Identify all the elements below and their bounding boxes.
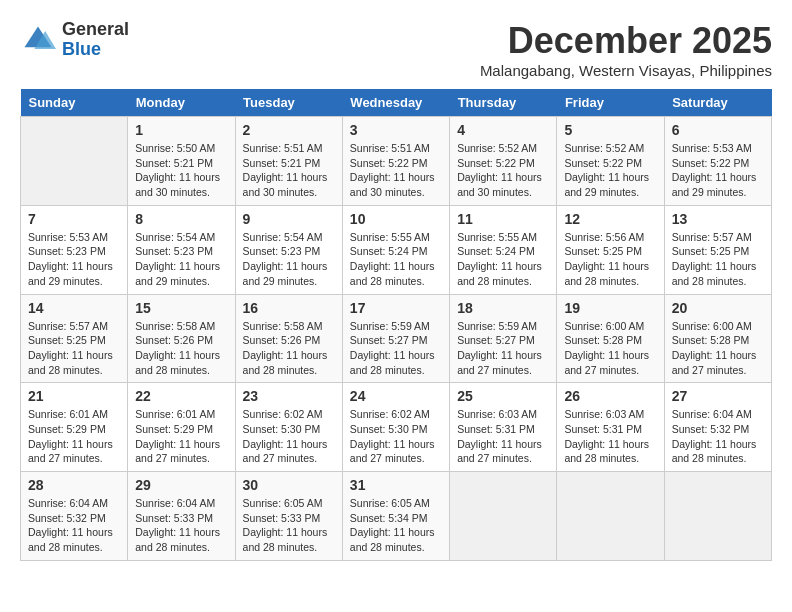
day-info: Sunrise: 6:04 AM Sunset: 5:32 PM Dayligh… <box>28 496 120 555</box>
calendar-cell <box>450 472 557 561</box>
day-info: Sunrise: 6:03 AM Sunset: 5:31 PM Dayligh… <box>564 407 656 466</box>
calendar-cell: 20Sunrise: 6:00 AM Sunset: 5:28 PM Dayli… <box>664 294 771 383</box>
day-info: Sunrise: 5:59 AM Sunset: 5:27 PM Dayligh… <box>457 319 549 378</box>
week-row-1: 1Sunrise: 5:50 AM Sunset: 5:21 PM Daylig… <box>21 117 772 206</box>
calendar-cell: 9Sunrise: 5:54 AM Sunset: 5:23 PM Daylig… <box>235 205 342 294</box>
day-number: 27 <box>672 388 764 404</box>
location-title: Malangabang, Western Visayas, Philippine… <box>480 62 772 79</box>
header-cell-saturday: Saturday <box>664 89 771 117</box>
header-cell-friday: Friday <box>557 89 664 117</box>
calendar-cell: 17Sunrise: 5:59 AM Sunset: 5:27 PM Dayli… <box>342 294 449 383</box>
month-title: December 2025 <box>480 20 772 62</box>
calendar-cell: 2Sunrise: 5:51 AM Sunset: 5:21 PM Daylig… <box>235 117 342 206</box>
logo-icon <box>20 22 56 58</box>
day-info: Sunrise: 5:57 AM Sunset: 5:25 PM Dayligh… <box>28 319 120 378</box>
calendar-cell: 8Sunrise: 5:54 AM Sunset: 5:23 PM Daylig… <box>128 205 235 294</box>
day-number: 26 <box>564 388 656 404</box>
calendar-cell: 7Sunrise: 5:53 AM Sunset: 5:23 PM Daylig… <box>21 205 128 294</box>
calendar-cell: 14Sunrise: 5:57 AM Sunset: 5:25 PM Dayli… <box>21 294 128 383</box>
calendar-header: SundayMondayTuesdayWednesdayThursdayFrid… <box>21 89 772 117</box>
day-info: Sunrise: 6:04 AM Sunset: 5:33 PM Dayligh… <box>135 496 227 555</box>
calendar-cell: 12Sunrise: 5:56 AM Sunset: 5:25 PM Dayli… <box>557 205 664 294</box>
calendar-cell: 29Sunrise: 6:04 AM Sunset: 5:33 PM Dayli… <box>128 472 235 561</box>
week-row-3: 14Sunrise: 5:57 AM Sunset: 5:25 PM Dayli… <box>21 294 772 383</box>
day-number: 15 <box>135 300 227 316</box>
calendar-cell: 19Sunrise: 6:00 AM Sunset: 5:28 PM Dayli… <box>557 294 664 383</box>
day-info: Sunrise: 6:02 AM Sunset: 5:30 PM Dayligh… <box>350 407 442 466</box>
day-info: Sunrise: 5:53 AM Sunset: 5:22 PM Dayligh… <box>672 141 764 200</box>
calendar-cell: 31Sunrise: 6:05 AM Sunset: 5:34 PM Dayli… <box>342 472 449 561</box>
calendar-cell: 24Sunrise: 6:02 AM Sunset: 5:30 PM Dayli… <box>342 383 449 472</box>
day-info: Sunrise: 5:58 AM Sunset: 5:26 PM Dayligh… <box>243 319 335 378</box>
header-cell-monday: Monday <box>128 89 235 117</box>
header-cell-sunday: Sunday <box>21 89 128 117</box>
day-info: Sunrise: 5:51 AM Sunset: 5:21 PM Dayligh… <box>243 141 335 200</box>
day-info: Sunrise: 5:55 AM Sunset: 5:24 PM Dayligh… <box>457 230 549 289</box>
day-number: 20 <box>672 300 764 316</box>
day-number: 1 <box>135 122 227 138</box>
day-info: Sunrise: 5:59 AM Sunset: 5:27 PM Dayligh… <box>350 319 442 378</box>
header-row: SundayMondayTuesdayWednesdayThursdayFrid… <box>21 89 772 117</box>
calendar-cell: 21Sunrise: 6:01 AM Sunset: 5:29 PM Dayli… <box>21 383 128 472</box>
week-row-4: 21Sunrise: 6:01 AM Sunset: 5:29 PM Dayli… <box>21 383 772 472</box>
logo-general-text: General <box>62 19 129 39</box>
calendar-body: 1Sunrise: 5:50 AM Sunset: 5:21 PM Daylig… <box>21 117 772 561</box>
calendar-cell: 27Sunrise: 6:04 AM Sunset: 5:32 PM Dayli… <box>664 383 771 472</box>
calendar-cell: 13Sunrise: 5:57 AM Sunset: 5:25 PM Dayli… <box>664 205 771 294</box>
calendar-cell: 25Sunrise: 6:03 AM Sunset: 5:31 PM Dayli… <box>450 383 557 472</box>
header-cell-thursday: Thursday <box>450 89 557 117</box>
calendar-cell: 22Sunrise: 6:01 AM Sunset: 5:29 PM Dayli… <box>128 383 235 472</box>
day-number: 7 <box>28 211 120 227</box>
calendar-cell: 10Sunrise: 5:55 AM Sunset: 5:24 PM Dayli… <box>342 205 449 294</box>
day-info: Sunrise: 5:58 AM Sunset: 5:26 PM Dayligh… <box>135 319 227 378</box>
calendar-cell: 11Sunrise: 5:55 AM Sunset: 5:24 PM Dayli… <box>450 205 557 294</box>
day-info: Sunrise: 6:03 AM Sunset: 5:31 PM Dayligh… <box>457 407 549 466</box>
day-info: Sunrise: 5:51 AM Sunset: 5:22 PM Dayligh… <box>350 141 442 200</box>
calendar-cell: 16Sunrise: 5:58 AM Sunset: 5:26 PM Dayli… <box>235 294 342 383</box>
calendar-cell: 1Sunrise: 5:50 AM Sunset: 5:21 PM Daylig… <box>128 117 235 206</box>
day-number: 3 <box>350 122 442 138</box>
day-info: Sunrise: 5:54 AM Sunset: 5:23 PM Dayligh… <box>243 230 335 289</box>
header-cell-tuesday: Tuesday <box>235 89 342 117</box>
header: General Blue December 2025 Malangabang, … <box>20 20 772 79</box>
day-number: 17 <box>350 300 442 316</box>
calendar-cell: 6Sunrise: 5:53 AM Sunset: 5:22 PM Daylig… <box>664 117 771 206</box>
day-number: 10 <box>350 211 442 227</box>
day-number: 24 <box>350 388 442 404</box>
day-number: 31 <box>350 477 442 493</box>
day-info: Sunrise: 5:54 AM Sunset: 5:23 PM Dayligh… <box>135 230 227 289</box>
day-number: 30 <box>243 477 335 493</box>
day-number: 4 <box>457 122 549 138</box>
day-number: 16 <box>243 300 335 316</box>
day-number: 5 <box>564 122 656 138</box>
calendar-cell <box>664 472 771 561</box>
day-number: 21 <box>28 388 120 404</box>
day-info: Sunrise: 5:50 AM Sunset: 5:21 PM Dayligh… <box>135 141 227 200</box>
calendar-cell: 23Sunrise: 6:02 AM Sunset: 5:30 PM Dayli… <box>235 383 342 472</box>
calendar-cell: 15Sunrise: 5:58 AM Sunset: 5:26 PM Dayli… <box>128 294 235 383</box>
day-number: 22 <box>135 388 227 404</box>
day-info: Sunrise: 6:05 AM Sunset: 5:33 PM Dayligh… <box>243 496 335 555</box>
day-number: 18 <box>457 300 549 316</box>
calendar-cell: 18Sunrise: 5:59 AM Sunset: 5:27 PM Dayli… <box>450 294 557 383</box>
day-number: 19 <box>564 300 656 316</box>
day-info: Sunrise: 5:53 AM Sunset: 5:23 PM Dayligh… <box>28 230 120 289</box>
header-cell-wednesday: Wednesday <box>342 89 449 117</box>
day-number: 14 <box>28 300 120 316</box>
calendar-cell <box>557 472 664 561</box>
day-info: Sunrise: 5:52 AM Sunset: 5:22 PM Dayligh… <box>564 141 656 200</box>
calendar-cell: 26Sunrise: 6:03 AM Sunset: 5:31 PM Dayli… <box>557 383 664 472</box>
calendar-cell <box>21 117 128 206</box>
calendar-cell: 4Sunrise: 5:52 AM Sunset: 5:22 PM Daylig… <box>450 117 557 206</box>
day-number: 8 <box>135 211 227 227</box>
day-number: 23 <box>243 388 335 404</box>
logo-text: General Blue <box>62 20 129 60</box>
day-number: 13 <box>672 211 764 227</box>
calendar-cell: 28Sunrise: 6:04 AM Sunset: 5:32 PM Dayli… <box>21 472 128 561</box>
day-info: Sunrise: 6:02 AM Sunset: 5:30 PM Dayligh… <box>243 407 335 466</box>
logo-blue-text: Blue <box>62 39 101 59</box>
day-number: 29 <box>135 477 227 493</box>
day-number: 11 <box>457 211 549 227</box>
day-info: Sunrise: 6:05 AM Sunset: 5:34 PM Dayligh… <box>350 496 442 555</box>
day-info: Sunrise: 6:04 AM Sunset: 5:32 PM Dayligh… <box>672 407 764 466</box>
